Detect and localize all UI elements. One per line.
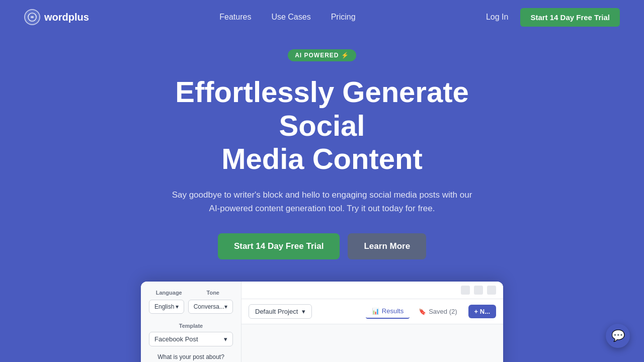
nav-right: Log In Start 14 Day Free Trial bbox=[486, 8, 620, 27]
tone-value: Conversa... bbox=[194, 303, 224, 310]
nav-use-cases[interactable]: Use Cases bbox=[271, 13, 310, 22]
nav-pricing[interactable]: Pricing bbox=[331, 13, 356, 22]
project-value: Default Project bbox=[255, 308, 298, 315]
project-select[interactable]: Default Project ▾ bbox=[249, 304, 312, 319]
tab-saved[interactable]: 🔖 Saved (2) bbox=[413, 305, 463, 318]
app-left-panel: Language Tone English ▾ Conversa... ▾ bbox=[141, 282, 242, 362]
navbar: wordplus Features Use Cases Pricing Log … bbox=[0, 0, 644, 34]
nav-links: Features Use Cases Pricing bbox=[219, 13, 355, 22]
logo[interactable]: wordplus bbox=[24, 9, 89, 25]
tab-results-label: Results bbox=[382, 307, 404, 315]
nav-features[interactable]: Features bbox=[219, 13, 251, 22]
template-chevron-icon: ▾ bbox=[224, 335, 227, 343]
tone-label: Tone bbox=[193, 290, 233, 296]
hero-subtitle: Say goodbye to writer's block and hello … bbox=[171, 188, 473, 215]
login-link[interactable]: Log In bbox=[486, 13, 508, 22]
hero-title: Effortlessly Generate Social Media Conte… bbox=[146, 75, 498, 176]
icon-list bbox=[474, 286, 483, 295]
hero-title-line1: Effortlessly Generate Social bbox=[175, 75, 468, 142]
language-select[interactable]: English ▾ bbox=[149, 300, 184, 314]
post-about-label: What is your post about? bbox=[149, 353, 233, 360]
logo-icon bbox=[24, 9, 40, 25]
hero-cta-primary[interactable]: Start 14 Day Free Trial bbox=[218, 233, 340, 259]
template-select[interactable]: Facebook Post ▾ bbox=[149, 332, 233, 346]
app-right-panel: Default Project ▾ 📊 Results 🔖 Saved (2) … bbox=[242, 282, 503, 362]
saved-icon: 🔖 bbox=[419, 308, 426, 315]
right-header: Default Project ▾ 📊 Results 🔖 Saved (2) … bbox=[242, 299, 503, 324]
new-button[interactable]: + N... bbox=[468, 305, 496, 318]
right-tabs: 📊 Results 🔖 Saved (2) bbox=[366, 304, 463, 319]
brand-name: wordplus bbox=[44, 12, 89, 23]
template-label: Template bbox=[149, 323, 233, 329]
chat-fab[interactable]: 💬 bbox=[606, 324, 630, 348]
tab-saved-label: Saved (2) bbox=[429, 308, 457, 315]
tab-results[interactable]: 📊 Results bbox=[366, 304, 410, 319]
tone-select[interactable]: Conversa... ▾ bbox=[188, 300, 233, 314]
nav-cta-button[interactable]: Start 14 Day Free Trial bbox=[520, 8, 620, 27]
language-value: English bbox=[154, 303, 174, 310]
chat-icon: 💬 bbox=[611, 329, 625, 342]
icon-settings bbox=[487, 286, 496, 295]
results-icon: 📊 bbox=[372, 308, 379, 315]
hero-cta-secondary[interactable]: Learn More bbox=[348, 233, 426, 259]
template-value: Facebook Post bbox=[154, 335, 198, 343]
project-chevron-icon: ▾ bbox=[302, 308, 305, 315]
hero-title-line2: Media Content bbox=[221, 142, 423, 175]
hero-buttons: Start 14 Day Free Trial Learn More bbox=[218, 233, 426, 259]
app-preview: Language Tone English ▾ Conversa... ▾ bbox=[141, 282, 503, 362]
hero-section: AI POWERED ⚡ Effortlessly Generate Socia… bbox=[0, 34, 644, 362]
icon-grid bbox=[461, 286, 470, 295]
top-icons-bar bbox=[242, 282, 503, 299]
language-label: Language bbox=[149, 290, 189, 296]
right-content-area bbox=[242, 324, 503, 362]
language-chevron-icon: ▾ bbox=[176, 303, 179, 310]
ai-badge: AI POWERED ⚡ bbox=[288, 49, 356, 61]
tone-chevron-icon: ▾ bbox=[224, 303, 227, 310]
